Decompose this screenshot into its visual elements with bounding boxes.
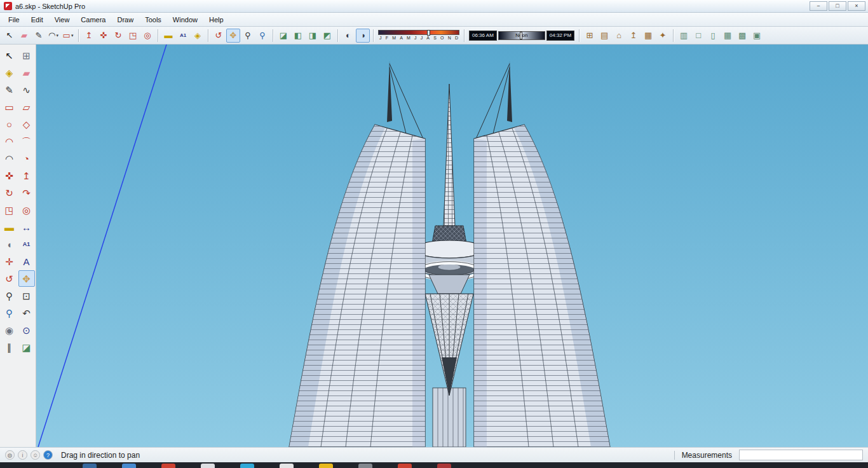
windows-taskbar[interactable]: [0, 462, 868, 468]
section-plane-tool[interactable]: ◪: [18, 339, 35, 355]
menu-edit[interactable]: Edit: [25, 13, 49, 26]
menu-tools[interactable]: Tools: [139, 13, 167, 26]
materials-button[interactable]: ▤: [597, 29, 611, 43]
text-tool[interactable]: A1: [18, 236, 35, 252]
orbit-tool[interactable]: ↺: [1, 270, 18, 287]
line-tool[interactable]: ✎: [1, 81, 18, 98]
3d-text-tool[interactable]: A: [18, 253, 35, 270]
tape-measure-tool[interactable]: ▬: [1, 219, 18, 235]
wireframe-button[interactable]: □: [691, 29, 705, 43]
hidden-line-button[interactable]: ▯: [706, 29, 720, 43]
taskbar-app-9[interactable]: [398, 464, 412, 468]
help-icon[interactable]: ?: [43, 450, 53, 460]
move-tool[interactable]: ✜: [1, 167, 18, 184]
select-button[interactable]: ↖: [3, 29, 17, 43]
display-section-fill-button[interactable]: ◩: [320, 29, 334, 43]
rotate-tool[interactable]: ↻: [1, 184, 18, 201]
axes-tool[interactable]: ✛: [1, 253, 18, 270]
select-tool[interactable]: ↖: [1, 47, 18, 64]
tape-measure-button[interactable]: ▬: [161, 29, 175, 43]
menu-file[interactable]: File: [3, 13, 25, 26]
share-model-button[interactable]: ↥: [627, 29, 641, 43]
two-point-arc-tool[interactable]: ⌒: [18, 133, 35, 149]
three-point-arc-tool[interactable]: ◠: [1, 150, 18, 167]
display-section-cuts-button[interactable]: ◨: [306, 29, 320, 43]
position-camera-tool[interactable]: ◉: [1, 322, 18, 338]
shapes-button[interactable]: ▭▾: [61, 29, 75, 43]
measurements-input[interactable]: [739, 450, 863, 460]
shadow-date-track[interactable]: [378, 30, 459, 35]
offset-tool[interactable]: ◎: [18, 202, 35, 218]
x-ray-button[interactable]: ▥: [677, 29, 691, 43]
eraser-tool[interactable]: ▰: [18, 64, 35, 81]
scale-button[interactable]: ◳: [126, 29, 140, 43]
monochrome-button[interactable]: ▣: [750, 29, 764, 43]
pan-tool[interactable]: ✥: [18, 270, 35, 287]
dropdown-caret-icon[interactable]: ▾: [71, 33, 74, 38]
geolocation-icon[interactable]: ◍: [5, 450, 15, 460]
paint-bucket-button[interactable]: ◈: [191, 29, 205, 43]
previous-tool[interactable]: ↶: [18, 305, 35, 321]
minimize-button[interactable]: −: [810, 1, 827, 11]
eraser-button[interactable]: ▰: [17, 29, 31, 43]
shadow-settings-button[interactable]: ◐: [341, 29, 355, 43]
credits-icon[interactable]: i: [18, 450, 27, 460]
taskbar-app-4[interactable]: [201, 464, 215, 468]
taskbar-app-5[interactable]: [240, 464, 254, 468]
send-to-layout-button[interactable]: ▦: [641, 29, 655, 43]
extension-warehouse-button[interactable]: ✦: [656, 29, 670, 43]
protractor-tool[interactable]: ◖: [1, 236, 18, 252]
orbit-button[interactable]: ↺: [212, 29, 226, 43]
scale-tool[interactable]: ◳: [1, 202, 18, 218]
taskbar-app-8[interactable]: [358, 464, 372, 468]
polygon-tool[interactable]: ◇: [18, 116, 35, 132]
move-button[interactable]: ✜: [97, 29, 111, 43]
zoom-extents-tool[interactable]: ⚲: [1, 305, 18, 321]
dropdown-caret-icon[interactable]: ▾: [56, 33, 58, 38]
shadow-time-track[interactable]: Noon: [498, 31, 545, 40]
offset-button[interactable]: ◎: [140, 29, 154, 43]
pan-button[interactable]: ✥: [226, 29, 240, 43]
taskbar-app-10[interactable]: [437, 464, 451, 468]
menu-view[interactable]: View: [49, 13, 76, 26]
viewport[interactable]: [36, 45, 868, 447]
shadow-time-thumb[interactable]: [520, 32, 522, 39]
zoom-window-tool[interactable]: ⊡: [18, 287, 35, 304]
display-section-planes-button[interactable]: ◧: [291, 29, 305, 43]
taskbar-app-3[interactable]: [161, 464, 175, 468]
text-button[interactable]: A1: [176, 29, 190, 43]
freehand-tool[interactable]: ∿: [18, 81, 35, 98]
taskbar-app-1[interactable]: [83, 464, 97, 468]
zoom-tool[interactable]: ⚲: [1, 287, 18, 304]
arcs-button[interactable]: ◠▾: [46, 29, 60, 43]
rectangle-tool[interactable]: ▭: [1, 99, 18, 115]
pie-tool[interactable]: ◔: [18, 150, 35, 167]
walk-tool[interactable]: ∥: [1, 339, 18, 355]
rotated-rectangle-tool[interactable]: ▱: [18, 99, 35, 115]
shaded-button[interactable]: ▦: [721, 29, 735, 43]
line-button[interactable]: ✎: [32, 29, 46, 43]
get-models-button[interactable]: ⌂: [612, 29, 626, 43]
menu-window[interactable]: Window: [167, 13, 203, 26]
menu-help[interactable]: Help: [203, 13, 229, 26]
shaded-with-textures-button[interactable]: ▩: [735, 29, 749, 43]
push-pull-tool[interactable]: ↥: [18, 167, 35, 184]
menu-camera[interactable]: Camera: [75, 13, 111, 26]
dimension-tool[interactable]: ↔: [18, 219, 35, 235]
taskbar-app-7[interactable]: [319, 464, 333, 468]
make-component-tool[interactable]: ⊞: [18, 47, 35, 64]
close-button[interactable]: ×: [848, 1, 865, 11]
arc-tool[interactable]: ◠: [1, 133, 18, 149]
zoom-extents-button[interactable]: ⚲: [255, 29, 269, 43]
taskbar-app-6[interactable]: [280, 464, 294, 468]
shadow-date-slider[interactable]: JFMAMJJASOND: [378, 30, 459, 41]
circle-tool[interactable]: ○: [1, 116, 18, 132]
toggle-shadows-button[interactable]: ◑: [356, 29, 370, 43]
follow-me-tool[interactable]: ↷: [18, 184, 35, 201]
section-plane-button[interactable]: ◪: [276, 29, 290, 43]
sign-in-icon[interactable]: ☺: [31, 450, 40, 460]
rotate-button[interactable]: ↻: [111, 29, 125, 43]
shadow-time-slider[interactable]: 06:36 AMNoon04:32 PM: [469, 31, 574, 41]
paint-bucket-tool[interactable]: ◈: [1, 64, 18, 81]
taskbar-app-2[interactable]: [122, 464, 136, 468]
